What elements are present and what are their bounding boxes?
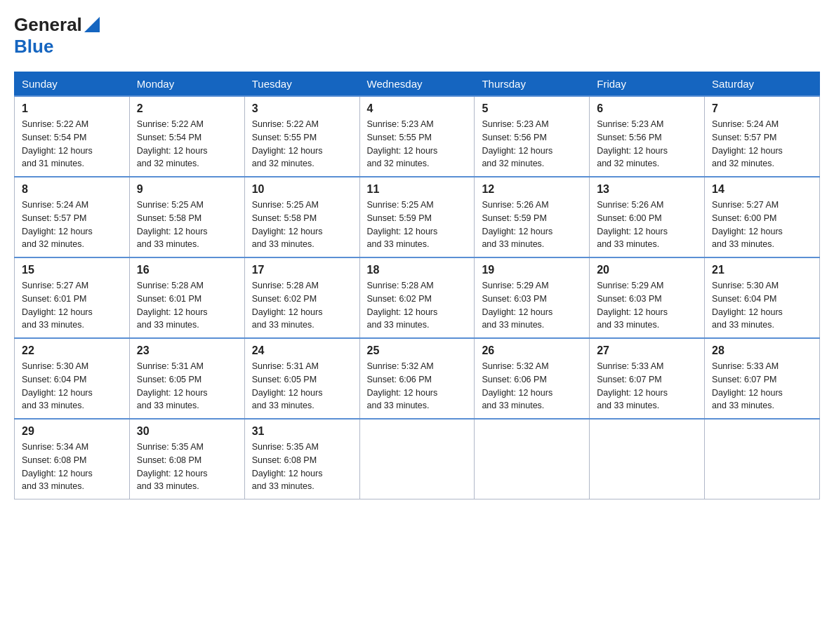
sunset-label: Sunset: 6:05 PM	[137, 375, 201, 384]
calendar-cell: 15 Sunrise: 5:27 AM Sunset: 6:01 PM Dayl…	[15, 257, 130, 338]
day-info: Sunrise: 5:28 AM Sunset: 6:02 PM Dayligh…	[252, 279, 352, 332]
calendar-week-5: 29 Sunrise: 5:34 AM Sunset: 6:08 PM Dayl…	[15, 419, 820, 499]
daylight-label: Daylight: 12 hours	[252, 469, 323, 478]
daylight-minutes: and 32 minutes.	[137, 159, 199, 168]
day-info: Sunrise: 5:30 AM Sunset: 6:04 PM Dayligh…	[712, 279, 812, 332]
day-info: Sunrise: 5:34 AM Sunset: 6:08 PM Dayligh…	[22, 441, 122, 493]
day-info: Sunrise: 5:28 AM Sunset: 6:02 PM Dayligh…	[367, 279, 468, 332]
sunset-label: Sunset: 5:55 PM	[252, 133, 317, 142]
day-number: 18	[367, 264, 468, 276]
logo: General Blue	[14, 14, 100, 58]
calendar-header-row: SundayMondayTuesdayWednesdayThursdayFrid…	[15, 72, 820, 97]
sunset-label: Sunset: 6:01 PM	[22, 294, 86, 304]
day-info: Sunrise: 5:23 AM Sunset: 5:56 PM Dayligh…	[482, 118, 582, 170]
day-number: 2	[137, 102, 237, 115]
calendar-cell: 3 Sunrise: 5:22 AM Sunset: 5:55 PM Dayli…	[244, 96, 359, 177]
day-number: 26	[482, 344, 582, 357]
day-info: Sunrise: 5:31 AM Sunset: 6:05 PM Dayligh…	[137, 360, 237, 412]
daylight-label: Daylight: 12 hours	[252, 307, 323, 317]
daylight-label: Daylight: 12 hours	[22, 469, 93, 478]
calendar-cell: 29 Sunrise: 5:34 AM Sunset: 6:08 PM Dayl…	[15, 419, 130, 499]
sunset-label: Sunset: 5:57 PM	[22, 213, 86, 223]
daylight-label: Daylight: 12 hours	[137, 469, 208, 478]
day-info: Sunrise: 5:22 AM Sunset: 5:55 PM Dayligh…	[252, 118, 352, 170]
sunrise-label: Sunrise: 5:22 AM	[137, 119, 204, 129]
daylight-label: Daylight: 12 hours	[137, 307, 208, 317]
sunrise-label: Sunrise: 5:34 AM	[22, 442, 88, 452]
sunrise-label: Sunrise: 5:30 AM	[712, 281, 779, 290]
sunset-label: Sunset: 6:08 PM	[252, 455, 317, 465]
day-info: Sunrise: 5:22 AM Sunset: 5:54 PM Dayligh…	[137, 118, 237, 170]
day-info: Sunrise: 5:33 AM Sunset: 6:07 PM Dayligh…	[712, 360, 812, 412]
sunset-label: Sunset: 6:02 PM	[367, 294, 432, 304]
daylight-label: Daylight: 12 hours	[367, 227, 438, 236]
day-info: Sunrise: 5:31 AM Sunset: 6:05 PM Dayligh…	[252, 360, 352, 412]
sunset-label: Sunset: 5:58 PM	[137, 213, 201, 223]
sunrise-label: Sunrise: 5:33 AM	[597, 361, 663, 371]
sunset-label: Sunset: 6:07 PM	[597, 375, 661, 384]
day-info: Sunrise: 5:33 AM Sunset: 6:07 PM Dayligh…	[597, 360, 697, 412]
svg-marker-0	[84, 17, 100, 32]
day-info: Sunrise: 5:29 AM Sunset: 6:03 PM Dayligh…	[597, 279, 697, 332]
daylight-minutes: and 33 minutes.	[712, 320, 774, 330]
day-number: 1	[22, 102, 122, 115]
daylight-label: Daylight: 12 hours	[597, 388, 668, 398]
day-info: Sunrise: 5:35 AM Sunset: 6:08 PM Dayligh…	[252, 441, 352, 493]
day-number: 13	[597, 183, 697, 196]
sunrise-label: Sunrise: 5:31 AM	[137, 361, 204, 371]
calendar-cell: 7 Sunrise: 5:24 AM Sunset: 5:57 PM Dayli…	[705, 96, 820, 177]
daylight-minutes: and 33 minutes.	[137, 481, 199, 491]
calendar-cell: 21 Sunrise: 5:30 AM Sunset: 6:04 PM Dayl…	[705, 257, 820, 338]
daylight-label: Daylight: 12 hours	[482, 388, 552, 398]
daylight-label: Daylight: 12 hours	[367, 307, 438, 317]
day-number: 12	[482, 183, 582, 196]
sunset-label: Sunset: 6:08 PM	[137, 455, 201, 465]
day-number: 10	[252, 183, 352, 196]
calendar-cell: 1 Sunrise: 5:22 AM Sunset: 5:54 PM Dayli…	[15, 96, 130, 177]
daylight-minutes: and 33 minutes.	[597, 239, 659, 249]
daylight-label: Daylight: 12 hours	[22, 307, 93, 317]
daylight-minutes: and 31 minutes.	[22, 159, 84, 168]
day-number: 28	[712, 344, 812, 357]
sunrise-label: Sunrise: 5:27 AM	[712, 200, 779, 210]
col-header-thursday: Thursday	[475, 72, 590, 97]
daylight-minutes: and 33 minutes.	[252, 481, 315, 491]
day-number: 23	[137, 344, 237, 357]
calendar-cell: 17 Sunrise: 5:28 AM Sunset: 6:02 PM Dayl…	[244, 257, 359, 338]
calendar-cell	[359, 419, 475, 499]
calendar-cell: 18 Sunrise: 5:28 AM Sunset: 6:02 PM Dayl…	[359, 257, 475, 338]
sunset-label: Sunset: 6:06 PM	[367, 375, 432, 384]
daylight-minutes: and 33 minutes.	[482, 401, 544, 410]
calendar-cell: 19 Sunrise: 5:29 AM Sunset: 6:03 PM Dayl…	[475, 257, 590, 338]
day-number: 29	[22, 425, 122, 438]
daylight-label: Daylight: 12 hours	[22, 388, 93, 398]
sunrise-label: Sunrise: 5:25 AM	[367, 200, 434, 210]
day-info: Sunrise: 5:25 AM Sunset: 5:59 PM Dayligh…	[367, 199, 468, 251]
day-number: 17	[252, 264, 352, 276]
day-info: Sunrise: 5:23 AM Sunset: 5:55 PM Dayligh…	[367, 118, 468, 170]
daylight-minutes: and 33 minutes.	[22, 320, 84, 330]
daylight-minutes: and 33 minutes.	[367, 320, 430, 330]
day-number: 16	[137, 264, 237, 276]
day-info: Sunrise: 5:25 AM Sunset: 5:58 PM Dayligh…	[137, 199, 237, 251]
calendar-cell: 13 Sunrise: 5:26 AM Sunset: 6:00 PM Dayl…	[590, 177, 705, 257]
daylight-minutes: and 33 minutes.	[137, 239, 199, 249]
daylight-label: Daylight: 12 hours	[137, 146, 208, 156]
calendar-week-3: 15 Sunrise: 5:27 AM Sunset: 6:01 PM Dayl…	[15, 257, 820, 338]
day-info: Sunrise: 5:24 AM Sunset: 5:57 PM Dayligh…	[22, 199, 122, 251]
sunrise-label: Sunrise: 5:32 AM	[367, 361, 434, 371]
daylight-label: Daylight: 12 hours	[137, 227, 208, 236]
sunset-label: Sunset: 6:03 PM	[482, 294, 546, 304]
sunset-label: Sunset: 5:54 PM	[137, 133, 201, 142]
day-info: Sunrise: 5:27 AM Sunset: 6:01 PM Dayligh…	[22, 279, 122, 332]
sunset-label: Sunset: 5:56 PM	[597, 133, 661, 142]
calendar-cell: 9 Sunrise: 5:25 AM Sunset: 5:58 PM Dayli…	[129, 177, 244, 257]
sunrise-label: Sunrise: 5:23 AM	[367, 119, 434, 129]
calendar-cell: 10 Sunrise: 5:25 AM Sunset: 5:58 PM Dayl…	[244, 177, 359, 257]
daylight-minutes: and 33 minutes.	[367, 401, 430, 410]
day-info: Sunrise: 5:35 AM Sunset: 6:08 PM Dayligh…	[137, 441, 237, 493]
sunrise-label: Sunrise: 5:24 AM	[22, 200, 88, 210]
sunrise-label: Sunrise: 5:26 AM	[482, 200, 548, 210]
sunrise-label: Sunrise: 5:33 AM	[712, 361, 779, 371]
day-number: 5	[482, 102, 582, 115]
